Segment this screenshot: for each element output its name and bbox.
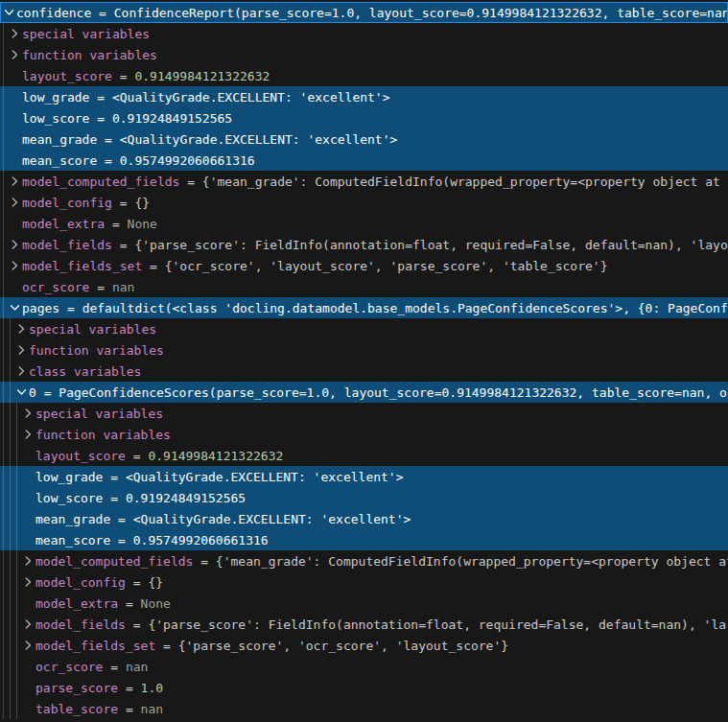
variable-value: {'parse_score': FieldInfo(annotation=flo… [134, 235, 728, 255]
variable-row[interactable]: pages = defaultdict(<class 'docling.data… [0, 297, 728, 318]
variable-name: special variables [22, 24, 150, 44]
variable-row[interactable]: confidence = ConfidenceReport(parse_scor… [0, 2, 728, 23]
variable-name: model_fields_set [35, 636, 155, 656]
variable-value: <QualityGrade.EXCELLENT: 'excellent'> [120, 129, 398, 150]
chevron-right-icon[interactable] [14, 321, 29, 337]
variable-row[interactable]: special variables [0, 403, 728, 424]
variable-value: None [128, 214, 157, 234]
equals-sign: = [103, 467, 125, 487]
equals-sign: = [110, 509, 132, 529]
chevron-down-icon[interactable] [14, 384, 29, 400]
chevron-right-icon[interactable] [21, 427, 35, 442]
variable-name: mean_grade [35, 509, 110, 529]
variable-name: model_computed_fields [35, 551, 193, 571]
chevron-down-icon[interactable] [2, 5, 16, 20]
variable-row[interactable]: layout_score = 0.9149984121322632 [0, 65, 728, 86]
variable-name: model_fields [22, 235, 112, 255]
variable-row[interactable]: mean_score = 0.9574992060661316 [0, 150, 728, 171]
variable-row[interactable]: 0 = PageConfidenceScores(parse_score=1.0… [0, 382, 728, 403]
variable-name: low_score [35, 488, 103, 508]
variable-row[interactable]: low_score = 0.91924849152565 [0, 487, 728, 508]
equals-sign: = [126, 615, 148, 635]
chevron-right-icon[interactable] [8, 237, 22, 252]
equals-sign: = [103, 488, 125, 508]
variable-name: model_fields [35, 615, 126, 635]
variable-row[interactable]: model_computed_fields = {'mean_grade': C… [0, 171, 728, 192]
equals-sign: = [112, 66, 134, 86]
equals-sign: = [36, 383, 59, 403]
variable-row[interactable]: model_extra = None [0, 213, 728, 234]
variable-row[interactable]: model_config = {} [0, 192, 728, 213]
variable-name: parse_score [35, 678, 118, 698]
equals-sign: = [89, 108, 111, 128]
equals-sign: = [155, 636, 177, 656]
variable-value: 0.91924849152565 [126, 488, 246, 508]
variable-name: function variables [22, 45, 157, 65]
variable-value: 0.9149984121322632 [148, 446, 283, 466]
chevron-right-icon[interactable] [14, 342, 29, 358]
variable-row[interactable]: model_config = {} [0, 571, 728, 593]
variable-row[interactable]: class variables [0, 361, 728, 382]
variable-row[interactable]: model_fields_set = {'parse_score', 'ocr_… [0, 635, 728, 656]
chevron-right-icon[interactable] [8, 26, 22, 41]
chevron-down-icon[interactable] [8, 300, 22, 315]
variable-value: {'mean_grade': ComputedFieldInfo(wrapped… [202, 172, 728, 192]
equals-sign: = [97, 151, 119, 171]
variable-value: <QualityGrade.EXCELLENT: 'excellent'> [112, 87, 390, 107]
variable-row[interactable]: function variables [0, 44, 728, 65]
variable-row[interactable]: model_extra = None [0, 593, 728, 614]
variable-name: class variables [29, 361, 141, 382]
variable-value: defaultdict(<class 'docling.datamodel.ba… [82, 298, 728, 318]
chevron-right-icon[interactable] [21, 553, 35, 569]
variable-name: mean_score [22, 151, 97, 171]
variable-value: 0.9574992060661316 [133, 530, 269, 550]
variable-row[interactable]: model_fields = {'parse_score': FieldInfo… [0, 614, 728, 635]
variable-value: 0.9149984121322632 [134, 66, 270, 86]
equals-sign: = [91, 3, 113, 23]
variable-row[interactable]: table_score = nan [0, 698, 728, 719]
variable-row[interactable]: function variables [0, 339, 728, 361]
variable-row[interactable]: ocr_score = nan [0, 276, 728, 297]
debug-variables-panel[interactable]: confidence = ConfidenceReport(parse_scor… [0, 0, 728, 722]
equals-sign: = [193, 551, 215, 571]
variable-name: layout_score [35, 446, 126, 466]
equals-sign: = [118, 678, 140, 698]
variable-row[interactable]: model_fields_set = {'ocr_score', 'layout… [0, 255, 728, 276]
chevron-right-icon[interactable] [21, 638, 35, 653]
variable-value: None [141, 594, 171, 614]
variable-name: mean_score [35, 530, 110, 550]
variable-row[interactable]: ocr_score = nan [0, 656, 728, 677]
variable-row[interactable]: low_grade = <QualityGrade.EXCELLENT: 'ex… [0, 86, 728, 107]
variable-row[interactable]: layout_score = 0.9149984121322632 [0, 445, 728, 466]
variable-row[interactable]: parse_score = 1.0 [0, 677, 728, 698]
variable-name: function variables [35, 425, 171, 445]
chevron-right-icon[interactable] [21, 406, 35, 421]
variable-row[interactable]: mean_grade = <QualityGrade.EXCELLENT: 'e… [0, 128, 728, 150]
variable-row[interactable]: mean_score = 0.9574992060661316 [0, 529, 728, 550]
variable-name: 0 [29, 383, 36, 403]
chevron-right-icon[interactable] [21, 574, 35, 590]
variable-row[interactable]: model_computed_fields = {'mean_grade': C… [0, 550, 728, 571]
variable-value: PageConfidenceScores(parse_score=1.0, la… [59, 383, 728, 403]
variable-row[interactable]: model_fields = {'parse_score': FieldInfo… [0, 234, 728, 255]
variable-row[interactable]: low_score = 0.91924849152565 [0, 107, 728, 128]
chevron-right-icon[interactable] [8, 258, 22, 273]
chevron-right-icon[interactable] [8, 195, 22, 210]
variable-row[interactable]: special variables [0, 23, 728, 44]
variable-row[interactable]: function variables [0, 424, 728, 445]
variable-value: 1.0 [141, 678, 163, 698]
equals-sign: = [126, 446, 148, 466]
variable-value: 0.91924849152565 [112, 108, 232, 128]
variable-value: 0.9574992060661316 [120, 151, 255, 171]
variable-row[interactable]: special variables [0, 318, 728, 339]
variable-row[interactable]: mean_grade = <QualityGrade.EXCELLENT: 'e… [0, 508, 728, 529]
chevron-right-icon[interactable] [8, 47, 22, 62]
variable-row[interactable]: low_grade = <QualityGrade.EXCELLENT: 'ex… [0, 466, 728, 487]
chevron-right-icon[interactable] [14, 363, 29, 379]
chevron-right-icon[interactable] [21, 617, 35, 632]
equals-sign: = [105, 214, 127, 234]
equals-sign: = [118, 699, 140, 719]
chevron-right-icon[interactable] [8, 174, 22, 189]
equals-sign: = [97, 129, 119, 150]
variable-name: layout_score [22, 66, 112, 86]
